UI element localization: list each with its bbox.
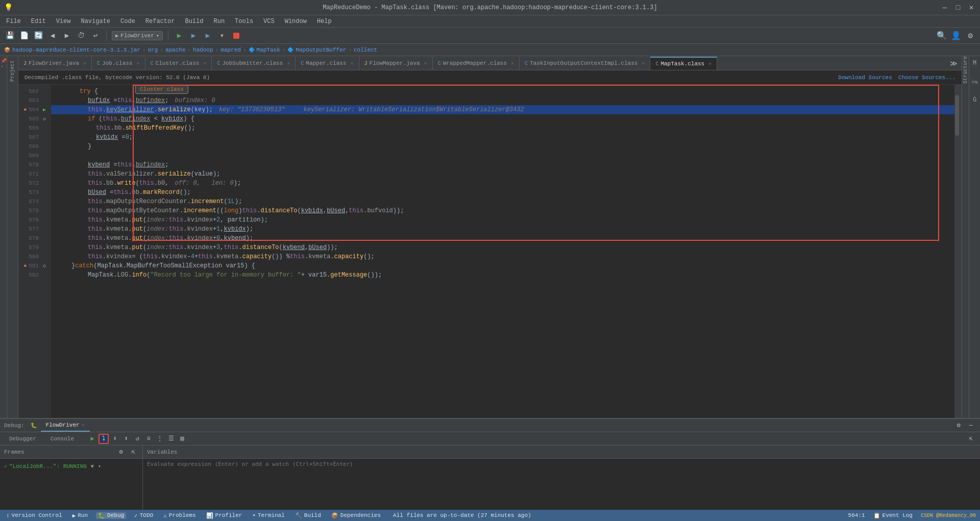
tab-more-btn[interactable]: ≫ bbox=[946, 57, 962, 70]
close-btn[interactable]: ✕ bbox=[967, 3, 976, 12]
breadcrumb-apache[interactable]: apache bbox=[165, 47, 186, 53]
tab-close-jobsubmitter[interactable]: ✕ bbox=[287, 60, 290, 66]
gradle-icon[interactable]: G bbox=[970, 95, 980, 105]
frame-item-localjob[interactable]: ✓ "LocalJobR...": RUNNING ▼ ▾ bbox=[0, 461, 142, 472]
breadcrumb-mapred[interactable]: mapred bbox=[220, 47, 241, 53]
coverage-btn[interactable]: ▶ bbox=[202, 30, 213, 41]
tab-close-maptask[interactable]: ✕ bbox=[708, 61, 712, 67]
choose-sources-btn[interactable]: Choose Sources... bbox=[898, 75, 955, 81]
scrollbar-thumb[interactable] bbox=[955, 95, 959, 136]
build-btn[interactable]: 🔨 Build bbox=[293, 512, 323, 519]
recent-btn[interactable]: ⏱ bbox=[76, 30, 87, 41]
menu-item-run[interactable]: Run bbox=[209, 17, 229, 26]
more-debug-btn[interactable]: ⋮ bbox=[155, 434, 165, 444]
expand-debug-btn[interactable]: ⇱ bbox=[966, 434, 976, 444]
download-sources-btn[interactable]: Download Sources bbox=[838, 75, 892, 81]
console-tab[interactable]: Console bbox=[45, 433, 79, 445]
run-to-cursor-btn[interactable]: ↺ bbox=[132, 434, 142, 444]
breadcrumb-org[interactable]: org bbox=[148, 47, 158, 53]
filter-icon2[interactable]: ▾ bbox=[98, 463, 101, 469]
tab-maptask[interactable]: C MapTask.class ✕ bbox=[650, 57, 717, 70]
tab-close-cluster[interactable]: ✕ bbox=[203, 60, 206, 66]
tab-close-job[interactable]: ✕ bbox=[137, 60, 140, 66]
code-lines[interactable]: try { bufidx = this . bufindex ; bufinde… bbox=[51, 85, 954, 418]
menu-item-build[interactable]: Build bbox=[181, 17, 207, 26]
breadcrumb-buffer[interactable]: MapOutputBuffer bbox=[296, 47, 346, 53]
dbg-settings-btn[interactable]: ⚙ bbox=[953, 420, 964, 431]
forward-btn[interactable]: ▶ bbox=[61, 30, 72, 41]
menu-item-file[interactable]: File bbox=[2, 17, 25, 26]
step-into-btn[interactable]: ⬇ bbox=[110, 434, 120, 444]
debugger-tab[interactable]: Debugger bbox=[4, 433, 41, 445]
ant-icon[interactable]: 🐜 bbox=[970, 77, 980, 87]
filter-icon[interactable]: ▼ bbox=[91, 464, 94, 469]
debug-status-btn[interactable]: 🐛 Debug bbox=[96, 512, 126, 519]
step-over-btn[interactable]: ⤵ bbox=[99, 434, 109, 444]
tab-close-taskio[interactable]: ✕ bbox=[642, 60, 645, 66]
breadcrumb-collect[interactable]: collect bbox=[354, 47, 377, 53]
tab-cluster[interactable]: C Cluster.class ✕ bbox=[145, 57, 212, 70]
profiler-btn[interactable]: 📊 Profiler bbox=[204, 512, 244, 519]
settings-btn[interactable]: ⚙ bbox=[965, 30, 976, 41]
tab-close-flowmapper[interactable]: ✕ bbox=[424, 60, 427, 66]
breadcrumb-maptask[interactable]: MapTask bbox=[257, 47, 280, 53]
navigate-btn[interactable]: ↩ bbox=[90, 30, 101, 41]
menu-item-view[interactable]: View bbox=[52, 17, 75, 26]
todo-btn[interactable]: ✓ TODO bbox=[132, 512, 155, 519]
evaluate-btn[interactable]: ≡ bbox=[143, 434, 154, 444]
tab-close-mapper[interactable]: ✕ bbox=[351, 60, 354, 66]
tab-job[interactable]: C Job.class ✕ bbox=[92, 57, 145, 70]
run-btn[interactable]: ▶ bbox=[174, 30, 185, 41]
menu-item-code[interactable]: Code bbox=[116, 17, 139, 26]
stop-run-btn[interactable] bbox=[231, 30, 242, 41]
tab-flowdriver[interactable]: J FlowDriver.java ✕ bbox=[18, 57, 92, 70]
frames-expand-btn[interactable]: ⇱ bbox=[128, 447, 138, 457]
version-control-btn[interactable]: ↕ Version Control bbox=[4, 512, 64, 518]
run-config-selector[interactable]: ▶ FlowDriver ▾ bbox=[112, 31, 163, 40]
layout-btn[interactable]: ☰ bbox=[166, 434, 176, 444]
step-out-btn[interactable]: ⬆ bbox=[121, 434, 131, 444]
new-btn[interactable]: 📄 bbox=[18, 30, 30, 41]
maven-icon[interactable]: M bbox=[970, 58, 980, 68]
eval-expression-input[interactable] bbox=[147, 461, 976, 467]
debug-session-close[interactable]: ✕ bbox=[82, 422, 85, 428]
sync-btn[interactable]: 🔄 bbox=[33, 30, 44, 41]
search-btn[interactable]: 🔍 bbox=[936, 30, 947, 41]
vertical-scrollbar[interactable] bbox=[954, 85, 962, 418]
expand-icon[interactable]: › bbox=[1, 64, 6, 69]
menu-item-vcs[interactable]: VCS bbox=[259, 17, 279, 26]
tab-flowmapper[interactable]: J FlowMapper.java ✕ bbox=[359, 57, 433, 70]
breadcrumb-hadoop[interactable]: hadoop bbox=[193, 47, 213, 53]
back-btn[interactable]: ◀ bbox=[47, 30, 58, 41]
menu-item-tools[interactable]: Tools bbox=[231, 17, 257, 26]
menu-item-help[interactable]: Help bbox=[313, 17, 336, 26]
dbg-minimize-btn[interactable]: — bbox=[966, 420, 976, 431]
menu-item-refactor[interactable]: Refactor bbox=[141, 17, 179, 26]
more-run-btn[interactable]: ▾ bbox=[216, 30, 228, 41]
menu-item-navigate[interactable]: Navigate bbox=[77, 17, 114, 26]
maximize-btn[interactable]: □ bbox=[953, 3, 963, 12]
project-label[interactable]: Project bbox=[9, 58, 16, 84]
menu-item-window[interactable]: Window bbox=[281, 17, 311, 26]
tab-close-wrappedmapper[interactable]: ✕ bbox=[511, 60, 514, 66]
tab-mapper[interactable]: C Mapper.class ✕ bbox=[296, 57, 359, 70]
tab-wrappedmapper[interactable]: C WrappedMapper.class ✕ bbox=[433, 57, 520, 70]
terminal-btn[interactable]: ▪ Terminal bbox=[250, 512, 286, 518]
variables-body[interactable] bbox=[143, 459, 980, 510]
tab-jobsubmitter[interactable]: C JobSubmitter.class ✕ bbox=[212, 57, 296, 70]
debug-session-tab[interactable]: FlowDriver ✕ bbox=[41, 419, 90, 432]
user-btn[interactable]: 👤 bbox=[950, 30, 962, 41]
dependencies-btn[interactable]: 📦 Dependencies bbox=[329, 512, 383, 519]
run-status-btn[interactable]: ▶ Run bbox=[70, 512, 90, 519]
save-all-btn[interactable]: 💾 bbox=[4, 30, 15, 41]
minimize-btn[interactable]: — bbox=[940, 3, 949, 12]
breadcrumb-jar[interactable]: hadoop-mapreduce-client-core-3.1.3.jar bbox=[12, 47, 140, 53]
problems-btn[interactable]: ⚠ Problems bbox=[161, 512, 198, 519]
frames-layout-btn[interactable]: ▤ bbox=[177, 434, 187, 444]
debug-run-btn[interactable]: ▶ bbox=[188, 30, 199, 41]
resume-btn[interactable]: ▶ bbox=[87, 434, 97, 444]
tab-close-flowdriver[interactable]: ✕ bbox=[83, 60, 86, 66]
frames-filter-btn[interactable]: ⚙ bbox=[116, 447, 126, 457]
tab-taskio[interactable]: C TaskInputOutputContextImpl.class ✕ bbox=[520, 57, 650, 70]
event-log-btn[interactable]: 📋 Event Log bbox=[871, 512, 915, 519]
